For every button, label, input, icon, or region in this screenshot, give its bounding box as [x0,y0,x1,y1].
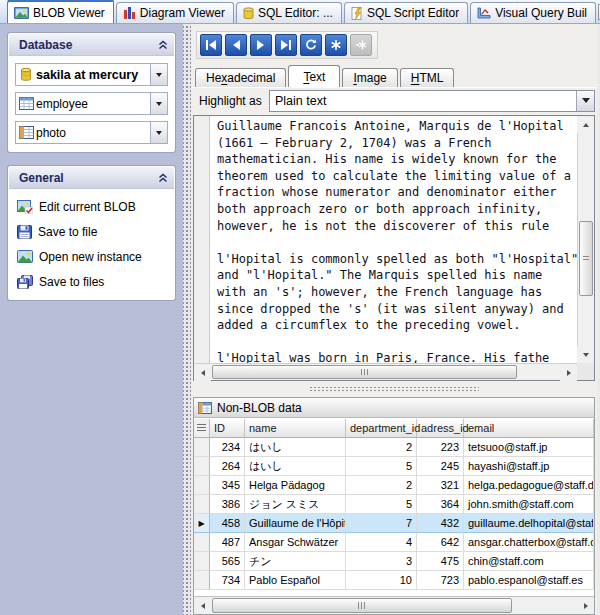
table-cell-adress-id[interactable]: 642 [417,533,464,552]
table-cell-id[interactable]: 345 [210,476,245,495]
table-cell-name[interactable]: Helga Pädagog [245,476,346,495]
tab-diagram-viewer[interactable]: Diagram Viewer [116,2,234,23]
table-cell-name[interactable]: Guillaume de l'Hôpital [245,514,346,533]
table-cell-department-id[interactable]: 5 [346,495,417,514]
table-cell-adress-id[interactable]: 475 [417,552,464,571]
table-cell-id[interactable]: 234 [210,438,245,457]
table-cell-adress-id[interactable]: 364 [417,495,464,514]
table-cell-email[interactable]: john.smith@staff.com [464,495,594,514]
edit-current-blob-action[interactable]: Edit current BLOB [15,194,168,219]
tab-blob-viewer[interactable]: BLOB Viewer [7,0,114,23]
scroll-right-button[interactable] [577,597,594,614]
table-cell-id[interactable]: 487 [210,533,245,552]
table-row[interactable]: 565 チン 3 475 chin@staff.com [194,552,594,571]
dropdown-arrow-button[interactable] [150,64,167,85]
tab-html[interactable]: HTML [400,68,455,87]
column-header[interactable]: department_id [346,419,417,437]
table-cell-id[interactable]: 565 [210,552,245,571]
table-cell-adress-id[interactable]: 723 [417,571,464,590]
scroll-left-button[interactable] [194,597,211,614]
last-record-button[interactable] [275,34,297,56]
table-row[interactable]: 234 はいし 2 223 tetsuoo@staff.jp [194,438,594,457]
scrollbar-thumb[interactable] [212,598,512,613]
table-cell-name[interactable]: ジョン スミス [245,495,346,514]
save-to-files-action[interactable]: Save to files [15,269,168,294]
column-header[interactable]: adress_id [417,419,464,437]
scroll-right-button[interactable] [560,364,577,381]
highlight-as-select[interactable]: Plain text [269,90,595,112]
column-header[interactable]: name [245,419,346,437]
table-row[interactable]: 458 Guillaume de l'Hôpital 7 432 guillau… [194,514,594,533]
row-selector[interactable] [194,438,210,457]
table-row[interactable]: 734 Pablo Español 10 723 pablo.espanol@s… [194,571,594,590]
table-cell-name[interactable]: チン [245,552,346,571]
scroll-left-button[interactable] [194,364,211,381]
sidebar-splitter[interactable] [183,24,191,615]
database-group-header[interactable]: Database [9,34,174,56]
row-selector[interactable] [194,552,210,571]
scroll-up-button[interactable] [577,116,594,133]
vertical-scrollbar[interactable] [577,116,594,363]
table-cell-email[interactable]: ansgar.chatterbox@staff.de [464,533,594,552]
row-selector[interactable] [194,533,210,552]
column-header[interactable]: email [464,419,594,437]
tab-text[interactable]: Text [288,65,340,87]
table-cell-adress-id[interactable]: 245 [417,457,464,476]
next-record-button[interactable] [250,34,272,56]
refresh-button[interactable] [300,34,322,56]
table-cell-adress-id[interactable]: 432 [417,514,464,533]
tab-sql-editor[interactable]: SQL Editor: ... [236,2,342,23]
table-cell-department-id[interactable]: 5 [346,457,417,476]
scrollbar-thumb[interactable] [579,221,593,296]
general-group-header[interactable]: General [9,167,174,189]
row-selector[interactable] [194,457,210,476]
collapse-chevron-icon[interactable] [158,173,168,183]
prior-record-button[interactable] [225,34,247,56]
table-row[interactable]: 487 Ansgar Schwätzer 4 642 ansgar.chatte… [194,533,594,552]
table-cell-id[interactable]: 458 [210,514,245,533]
dropdown-arrow-button[interactable] [150,93,167,114]
first-record-button[interactable] [200,34,222,56]
table-row[interactable]: 386 ジョン スミス 5 364 john.smith@staff.com [194,495,594,514]
table-cell-department-id[interactable]: 3 [346,552,417,571]
blob-text-content[interactable]: Guillaume Francois Antoine, Marquis de l… [211,116,577,363]
table-cell-name[interactable]: Pablo Español [245,571,346,590]
grid-horizontal-scrollbar[interactable] [194,596,594,614]
horizontal-scrollbar[interactable] [194,363,577,380]
table-cell-id[interactable]: 386 [210,495,245,514]
table-cell-department-id[interactable]: 4 [346,533,417,552]
scrollbar-thumb[interactable] [212,365,517,379]
table-cell-department-id[interactable]: 7 [346,514,417,533]
table-cell-email[interactable]: guillaume.delhopital@staff.es [464,514,594,533]
tab-image[interactable]: Image [342,68,397,87]
save-to-file-action[interactable]: Save to file [15,219,168,244]
scroll-down-button[interactable] [577,346,594,363]
table-select[interactable]: employee [15,92,168,115]
table-cell-name[interactable]: Ansgar Schwätzer [245,533,346,552]
table-row[interactable]: 345 Helga Pädagog 2 321 helga.pedagogue@… [194,476,594,495]
row-selector[interactable] [194,476,210,495]
table-row[interactable]: 264 はいし 5 245 hayashi@staff.jp [194,457,594,476]
row-selector[interactable] [194,514,210,533]
dropdown-arrow-button[interactable] [576,91,594,111]
tab-hexadecimal[interactable]: Hexadecimal [195,68,286,87]
tab-sql-script-editor[interactable]: SQL Script Editor [344,2,468,23]
table-cell-id[interactable]: 264 [210,457,245,476]
table-cell-email[interactable]: hayashi@staff.jp [464,457,594,476]
row-selector[interactable] [194,571,210,590]
table-cell-name[interactable]: はいし [245,438,346,457]
dropdown-arrow-button[interactable] [150,122,167,143]
table-cell-adress-id[interactable]: 223 [417,438,464,457]
column-header[interactable]: ID [210,419,245,437]
table-cell-email[interactable]: chin@staff.com [464,552,594,571]
table-cell-adress-id[interactable]: 321 [417,476,464,495]
grid-corner-button[interactable] [194,419,210,437]
table-cell-email[interactable]: pablo.espanol@staff.es [464,571,594,590]
open-new-instance-action[interactable]: Open new instance [15,244,168,269]
table-cell-department-id[interactable]: 10 [346,571,417,590]
table-cell-email[interactable]: tetsuoo@staff.jp [464,438,594,457]
table-cell-department-id[interactable]: 2 [346,476,417,495]
collapse-chevron-icon[interactable] [158,40,168,50]
database-select[interactable]: sakila at mercury [15,63,168,86]
table-cell-email[interactable]: helga.pedagogue@staff.de [464,476,594,495]
